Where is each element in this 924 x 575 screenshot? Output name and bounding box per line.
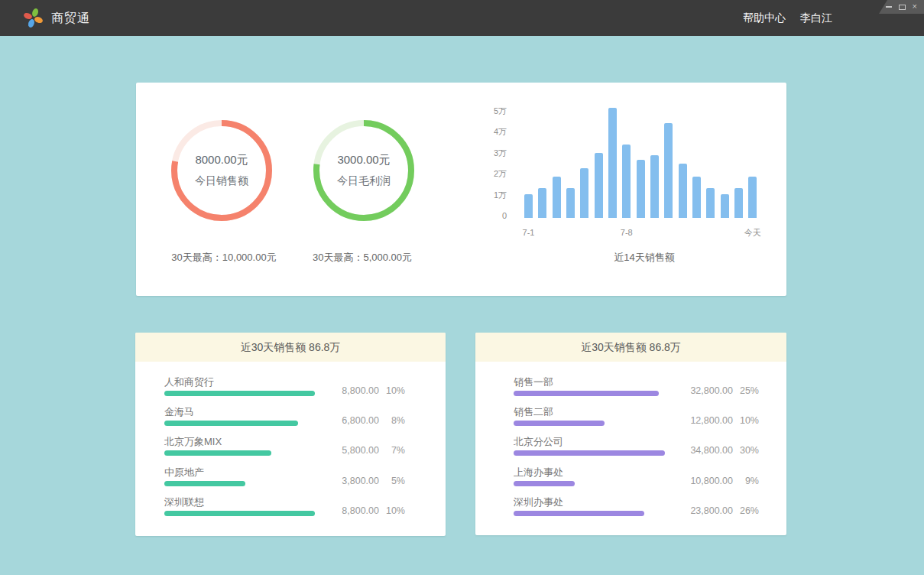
rank-row-bar xyxy=(164,421,298,426)
rank-row-percent: 10% xyxy=(379,505,405,517)
rank-row-bar xyxy=(164,391,315,396)
rank-row-label: 深圳联想 xyxy=(164,496,204,508)
daily-sales-bar xyxy=(622,145,631,218)
rank-row-bar xyxy=(514,421,605,426)
daily-sales-bar xyxy=(748,177,757,218)
rank-row-label: 人和商贸行 xyxy=(164,376,214,388)
window-controls: × xyxy=(879,0,924,14)
rank-row-values: 10,800.009% xyxy=(678,476,759,487)
rank-row-amount: 8,800.00 xyxy=(324,385,379,397)
daily-sales-bars xyxy=(524,110,758,218)
daily-sales-y-tick: 5万 xyxy=(461,106,507,116)
minimize-icon[interactable] xyxy=(886,6,892,8)
rank-row-amount: 6,800.00 xyxy=(324,415,379,427)
rank-row: 中原地产3,800.005% xyxy=(135,466,446,496)
daily-sales-x-tick: 7-1 xyxy=(514,227,544,238)
close-icon[interactable]: × xyxy=(913,2,917,11)
rank-row: 人和商贸行8,800.0010% xyxy=(135,376,446,406)
rank-row: 北京万象MIX5,800.007% xyxy=(135,436,446,466)
daily-sales-bar xyxy=(664,123,673,218)
rank-row-label: 中原地产 xyxy=(164,466,204,478)
today-sales-label: 今日销售额 xyxy=(195,174,248,188)
rank-row: 深圳办事处23,800.0026% xyxy=(475,496,786,526)
today-sales-gauge: 8000.00元 今日销售额 xyxy=(170,119,273,222)
rank-row: 销售一部32,800.0025% xyxy=(475,376,786,406)
daily-sales-y-tick: 4万 xyxy=(461,126,507,137)
rank-row-bar xyxy=(164,450,271,456)
rank-row-values: 5,800.007% xyxy=(324,445,405,456)
daily-sales-bar xyxy=(566,188,575,218)
daily-sales-y-tick: 2万 xyxy=(461,168,507,179)
rank-row-values: 8,800.0010% xyxy=(324,385,405,397)
rank-row-label: 销售一部 xyxy=(514,376,553,388)
daily-sales-y-tick: 3万 xyxy=(461,148,507,158)
rank-row-percent: 10% xyxy=(379,385,405,397)
rank-row-percent: 8% xyxy=(379,415,405,427)
rank-row-percent: 10% xyxy=(733,415,759,427)
rank-row-label: 北京分公司 xyxy=(514,436,563,447)
rank-row-label: 金海马 xyxy=(164,406,194,417)
rank-row-percent: 30% xyxy=(733,445,759,456)
titlebar: 商贸通 帮助中心 李白江 × xyxy=(0,0,924,36)
daily-sales-x-tick: 7-8 xyxy=(611,227,642,238)
rank-row-values: 23,800.0026% xyxy=(678,505,759,517)
daily-sales-bar xyxy=(580,168,588,218)
maximize-icon[interactable] xyxy=(899,5,906,10)
rank-row-values: 32,800.0025% xyxy=(678,385,759,397)
daily-sales-bar xyxy=(637,160,645,218)
department-sales-header: 近30天销售额 86.8万 xyxy=(475,333,786,362)
rank-row-label: 上海办事处 xyxy=(514,466,563,478)
daily-sales-bar xyxy=(706,188,715,218)
daily-sales-bar xyxy=(734,188,743,218)
help-center-link[interactable]: 帮助中心 xyxy=(743,0,786,36)
daily-sales-y-tick: 0 xyxy=(461,210,507,221)
rank-row-percent: 25% xyxy=(733,385,759,397)
daily-sales-x-tick: 今天 xyxy=(738,227,768,238)
rank-row: 销售二部12,800.0010% xyxy=(475,406,786,436)
rank-row: 深圳联想8,800.0010% xyxy=(135,496,446,526)
rank-row-percent: 26% xyxy=(733,505,759,517)
rank-row-amount: 10,800.00 xyxy=(678,476,733,487)
overview-card: 8000.00元 今日销售额 3000.00元 今日毛利润 30天最高：10,0… xyxy=(136,83,786,296)
rank-row-values: 3,800.005% xyxy=(324,476,405,487)
rank-row-bar xyxy=(514,481,575,486)
rank-row-amount: 8,800.00 xyxy=(324,505,379,517)
rank-row-bar xyxy=(164,511,315,516)
rank-row: 北京分公司34,800.0030% xyxy=(475,436,786,466)
daily-sales-bar xyxy=(721,194,729,218)
rank-row-percent: 5% xyxy=(379,476,405,487)
profit-30day-max-note: 30天最高：5,000.00元 xyxy=(271,251,454,265)
rank-row-amount: 5,800.00 xyxy=(324,445,379,456)
department-sales-card: 近30天销售额 86.8万 销售一部32,800.0025%销售二部12,800… xyxy=(475,333,786,535)
app-window: 商贸通 帮助中心 李白江 × 8000.00元 今日销售额 xyxy=(0,0,924,575)
daily-sales-bar xyxy=(595,153,603,218)
rank-row-values: 6,800.008% xyxy=(324,415,405,427)
rank-row-percent: 7% xyxy=(379,445,405,456)
daily-sales-y-tick: 1万 xyxy=(461,190,507,200)
rank-row-amount: 23,800.00 xyxy=(678,505,733,517)
daily-sales-bar xyxy=(608,108,617,218)
daily-sales-bar xyxy=(553,177,561,218)
username-menu[interactable]: 李白江 xyxy=(800,0,832,36)
rank-row-bar xyxy=(164,481,245,486)
rank-row-label: 北京万象MIX xyxy=(164,436,222,447)
today-profit-value: 3000.00元 xyxy=(337,153,390,167)
daily-sales-bar xyxy=(679,164,687,218)
rank-row-values: 8,800.0010% xyxy=(324,505,405,517)
customer-sales-card: 近30天销售额 86.8万 人和商贸行8,800.0010%金海马6,800.0… xyxy=(135,333,446,536)
app-logo-pinwheel-icon xyxy=(22,7,44,29)
daily-sales-bar xyxy=(692,177,701,218)
app-title: 商贸通 xyxy=(51,0,90,36)
rank-row-bar xyxy=(514,450,665,456)
rank-row-label: 深圳办事处 xyxy=(514,496,563,508)
rank-row-bar xyxy=(514,511,644,516)
daily-sales-bar xyxy=(650,155,659,218)
rank-row: 金海马6,800.008% xyxy=(135,406,446,436)
customer-sales-header: 近30天销售额 86.8万 xyxy=(135,333,446,362)
today-profit-label: 今日毛利润 xyxy=(337,174,391,188)
daily-sales-chart-title: 近14天销售额 xyxy=(553,251,736,265)
rank-row-amount: 34,800.00 xyxy=(678,445,733,456)
rank-row: 上海办事处10,800.009% xyxy=(475,466,786,496)
rank-row-bar xyxy=(514,391,659,396)
today-sales-value: 8000.00元 xyxy=(195,153,248,167)
